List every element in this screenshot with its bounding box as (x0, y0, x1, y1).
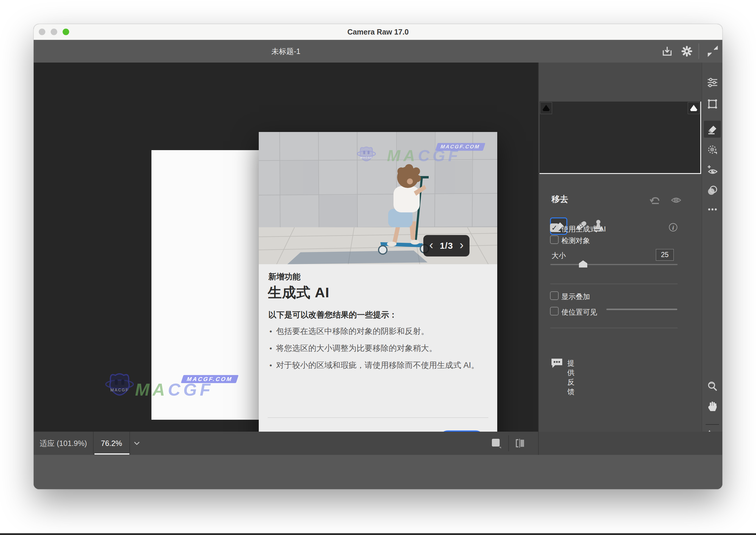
size-value-input[interactable]: 25 (656, 249, 674, 261)
pagination-prev-icon[interactable]: ‹ (429, 239, 433, 251)
size-slider[interactable] (550, 264, 678, 265)
remove-panel: 移去 (539, 63, 701, 432)
highlight-clipping-toggle[interactable] (688, 102, 700, 114)
svg-text:MACGF: MACGF (110, 387, 129, 392)
feedback-speech-bubble-icon (551, 357, 563, 368)
detect-objects-label: 检测对象 (561, 236, 590, 245)
toolbar-divider (698, 43, 699, 59)
toolstrip-divider (706, 424, 719, 425)
presets-tool-icon[interactable] (707, 185, 718, 196)
visualize-spots-checkbox[interactable] (550, 307, 559, 316)
main-area: MACGF MACGF.COM MACGF (34, 63, 722, 432)
right-toolstrip (702, 63, 722, 432)
use-generative-ai-label: 使用生成式 AI (561, 224, 606, 234)
document-title: 未标题-1 (34, 40, 538, 63)
document-page (151, 150, 259, 420)
hand-tool-icon[interactable] (707, 401, 718, 412)
pagination-next-icon[interactable]: › (460, 239, 464, 251)
detect-objects-checkbox[interactable] (550, 235, 559, 244)
provide-feedback-label: 提供反馈 (567, 358, 574, 397)
dialog-divider (268, 417, 488, 418)
chevron-down-icon (134, 441, 140, 445)
red-eye-tool-icon[interactable] (707, 164, 718, 176)
visualize-spots-slider[interactable] (606, 309, 677, 310)
tip-item: 对于较小的区域和瑕疵，请使用移除而不使用生成式 AI。 (268, 360, 483, 371)
footer-bar: 取消 确定 (34, 455, 722, 489)
show-overlay-label: 显示叠加 (561, 292, 590, 301)
shadow-clipping-toggle[interactable] (540, 102, 552, 114)
dialog-tips-header: 以下是可以改善您结果的一些提示： (268, 309, 397, 320)
zoom-statusbar: 适应 (101.9%) 76.2% (34, 432, 722, 455)
size-slider-thumb[interactable] (579, 260, 587, 268)
undo-icon[interactable] (650, 195, 661, 205)
watermark-cat-logo-icon: MACGF (105, 371, 134, 399)
masking-tool-icon[interactable] (707, 144, 718, 155)
fit-zoom-button[interactable]: 适应 (101.9%) (34, 432, 93, 455)
screen-bottom-edge (0, 533, 756, 535)
fullscreen-icon[interactable] (707, 45, 718, 57)
highlight-clipping-icon (690, 105, 697, 111)
tip-item: 将您选区的大小调整为比要移除的对象稍大。 (268, 343, 483, 353)
zoom-underline (95, 453, 130, 455)
save-download-icon[interactable] (661, 45, 673, 57)
show-overlay-checkbox[interactable] (550, 291, 559, 300)
preview-eye-icon[interactable] (671, 195, 681, 205)
size-label: 大小 (552, 251, 566, 260)
panel-divider (550, 284, 678, 284)
dialog-tips-list: 包括要在选区中移除的对象的阴影和反射。 将您选区的大小调整为比要移除的对象稍大。… (268, 326, 483, 377)
window-title: Camera Raw 17.0 (34, 24, 722, 40)
before-after-view-icon[interactable] (515, 438, 526, 449)
camera-raw-window: Camera Raw 17.0 未标题-1 (34, 24, 722, 489)
panel-title: 移去 (552, 194, 568, 205)
zoom-tool-icon[interactable] (707, 381, 718, 392)
more-tools-icon[interactable] (707, 204, 718, 215)
preview-mode-icon[interactable] (491, 438, 502, 449)
use-generative-ai-checkbox[interactable] (550, 223, 559, 232)
crop-tool-icon[interactable] (707, 98, 718, 110)
statusbar-divider (538, 432, 539, 455)
dialog-eyebrow: 新增功能 (268, 271, 300, 282)
zoom-dropdown-chevron[interactable] (130, 432, 144, 455)
dialog-pagination: ‹ 1/3 › (423, 235, 469, 257)
provide-feedback-link[interactable]: 提供反馈 (551, 357, 563, 368)
visualize-spots-label: 使位置可见 (561, 307, 597, 317)
top-toolbar: 未标题-1 (34, 40, 722, 63)
generative-ai-dialog: MACGF MACGF.COM MACGF ‹ 1/3 › 新增功能 生成式 A… (259, 132, 497, 461)
edit-sliders-icon[interactable] (707, 77, 718, 88)
titlebar: Camera Raw 17.0 (34, 24, 722, 40)
pagination-count: 1/3 (440, 241, 453, 251)
remove-tool-icon[interactable] (707, 123, 718, 135)
dialog-title: 生成式 AI (268, 283, 329, 302)
info-icon[interactable]: i (669, 223, 677, 232)
tip-item: 包括要在选区中移除的对象的阴影和反射。 (268, 326, 483, 337)
zoom-value[interactable]: 76.2% (94, 432, 129, 455)
shadow-clipping-icon (543, 105, 550, 111)
panel-divider (550, 328, 678, 328)
histogram[interactable] (540, 101, 701, 174)
settings-gear-icon[interactable] (681, 45, 692, 57)
statusbar-divider (508, 435, 509, 451)
